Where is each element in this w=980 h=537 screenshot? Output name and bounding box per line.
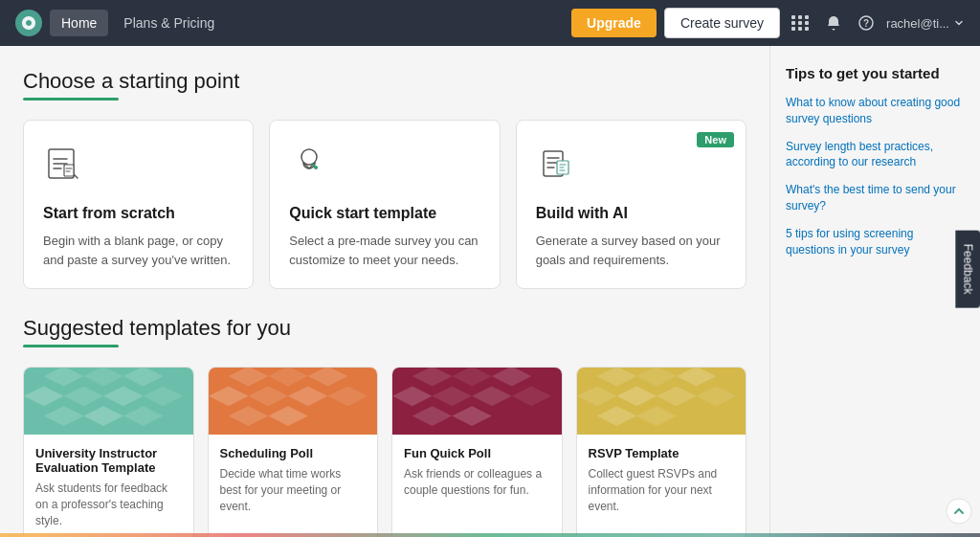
template-icon	[289, 144, 479, 191]
nav-home[interactable]: Home	[50, 10, 108, 36]
tip-link-3[interactable]: 5 tips for using screening questions in …	[786, 226, 965, 258]
svg-marker-14	[144, 386, 184, 406]
svg-marker-12	[64, 386, 104, 406]
logo[interactable]	[15, 10, 42, 36]
scratch-title: Start from scratch	[43, 205, 234, 222]
tips-title: Tips to get you started	[786, 65, 965, 81]
template-img-university	[24, 368, 193, 435]
svg-marker-18	[228, 368, 268, 386]
ai-icon	[536, 144, 726, 191]
main-nav: Home Plans & Pricing	[50, 10, 564, 36]
upgrade-button[interactable]: Upgrade	[571, 9, 657, 37]
template-img-scheduling	[209, 368, 378, 435]
svg-marker-10	[123, 368, 164, 386]
svg-marker-35	[452, 406, 492, 426]
svg-marker-44	[636, 406, 677, 426]
svg-marker-24	[327, 386, 368, 406]
template-title: Quick start template	[289, 205, 479, 222]
svg-marker-21	[209, 386, 249, 406]
svg-marker-29	[492, 368, 532, 386]
svg-text:?: ?	[863, 18, 869, 29]
svg-marker-42	[696, 386, 736, 406]
template-card-university[interactable]: University Instructor Evaluation Templat…	[23, 367, 194, 537]
svg-marker-39	[577, 386, 617, 406]
template-name-scheduling: Scheduling Poll	[220, 446, 367, 460]
chevron-down-icon	[953, 17, 965, 29]
help-icon[interactable]: ?	[854, 11, 879, 35]
svg-rect-3	[64, 165, 74, 176]
svg-marker-31	[433, 386, 473, 406]
tip-link-1[interactable]: Survey length best practices, according …	[786, 139, 965, 171]
tip-link-2[interactable]: What's the best time to send your survey…	[786, 182, 965, 214]
svg-marker-34	[412, 406, 453, 426]
main-container: Choose a starting point Start from scrat…	[0, 46, 980, 537]
card-template[interactable]: Quick start template Select a pre-made s…	[269, 120, 500, 289]
create-survey-button[interactable]: Create survey	[664, 8, 780, 38]
template-desc: Select a pre-made survey you can customi…	[289, 232, 479, 269]
svg-marker-37	[636, 368, 677, 386]
svg-marker-40	[616, 386, 657, 406]
user-menu[interactable]: rachel@ti...	[886, 16, 965, 31]
template-name-university: University Instructor Evaluation Templat…	[35, 446, 182, 475]
template-card-fun-poll[interactable]: Fun Quick Poll Ask friends or colleagues…	[391, 367, 563, 537]
card-ai[interactable]: New Build with AI Generate a survey base…	[516, 120, 746, 289]
header-actions: Upgrade Create survey ? rachel@t	[571, 8, 965, 38]
svg-marker-27	[412, 368, 453, 386]
right-sidebar: Tips to get you started What to know abo…	[769, 46, 980, 537]
apps-icon[interactable]	[788, 11, 813, 34]
svg-marker-26	[268, 406, 308, 426]
scroll-to-top-icon[interactable]	[946, 498, 972, 529]
template-name-rsvp: RSVP Template	[589, 446, 735, 460]
svg-marker-38	[676, 368, 716, 386]
template-cards-row: University Instructor Evaluation Templat…	[23, 367, 746, 537]
content-area: Choose a starting point Start from scrat…	[0, 46, 769, 537]
svg-marker-32	[472, 386, 512, 406]
template-name-fun-poll: Fun Quick Poll	[404, 446, 550, 460]
template-desc-university: Ask students for feedback on a professor…	[35, 481, 182, 528]
notifications-icon[interactable]	[821, 11, 846, 35]
template-card-rsvp[interactable]: RSVP Template Collect guest RSVPs and in…	[576, 367, 747, 537]
svg-marker-22	[248, 386, 288, 406]
starting-point-title: Choose a starting point	[23, 69, 746, 94]
svg-marker-20	[307, 368, 347, 386]
svg-point-5	[314, 166, 318, 169]
svg-marker-19	[268, 368, 308, 386]
template-desc-fun-poll: Ask friends or colleagues a couple quest…	[404, 466, 550, 499]
header: Home Plans & Pricing Upgrade Create surv…	[0, 0, 980, 46]
templates-section-underline	[23, 345, 119, 347]
color-bar	[0, 533, 980, 537]
template-img-fun-poll	[392, 368, 562, 435]
template-body-rsvp: RSVP Template Collect guest RSVPs and in…	[577, 435, 746, 526]
svg-marker-13	[103, 386, 144, 406]
template-body-fun-poll: Fun Quick Poll Ask friends or colleagues…	[392, 435, 562, 510]
svg-marker-9	[83, 368, 123, 386]
template-body-university: University Instructor Evaluation Templat…	[24, 435, 193, 537]
ai-title: Build with AI	[536, 205, 726, 222]
svg-marker-33	[512, 386, 552, 406]
svg-marker-36	[596, 368, 636, 386]
svg-marker-8	[44, 368, 84, 386]
card-scratch[interactable]: Start from scratch Begin with a blank pa…	[23, 120, 254, 289]
svg-marker-16	[83, 406, 123, 426]
ai-desc: Generate a survey based on your goals an…	[536, 232, 726, 269]
scratch-desc: Begin with a blank page, or copy and pas…	[43, 232, 234, 269]
template-img-rsvp	[577, 368, 746, 435]
template-desc-rsvp: Collect guest RSVPs and information for …	[589, 466, 735, 514]
svg-marker-43	[596, 406, 636, 426]
tip-link-0[interactable]: What to know about creating good survey …	[786, 95, 965, 127]
nav-plans-pricing[interactable]: Plans & Pricing	[112, 10, 226, 36]
feedback-tab[interactable]: Feedback	[956, 230, 980, 307]
username: rachel@ti...	[886, 16, 949, 31]
svg-marker-28	[452, 368, 492, 386]
new-badge: New	[697, 132, 734, 147]
svg-marker-23	[288, 386, 328, 406]
template-desc-scheduling: Decide what time works best for your mee…	[220, 466, 367, 514]
svg-marker-41	[657, 386, 697, 406]
section-underline	[23, 98, 119, 101]
svg-marker-30	[392, 386, 433, 406]
svg-point-45	[947, 499, 971, 524]
svg-marker-25	[228, 406, 268, 426]
template-card-scheduling[interactable]: Scheduling Poll Decide what time works b…	[208, 367, 379, 537]
scratch-icon	[43, 144, 234, 191]
svg-marker-15	[44, 406, 84, 426]
